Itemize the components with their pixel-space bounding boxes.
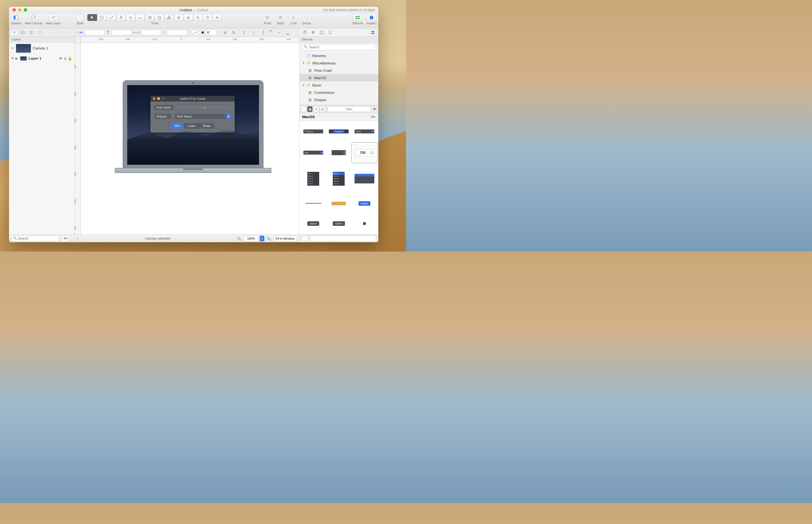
stencil-item-select[interactable]: Item▲▼ (302, 144, 325, 162)
view-grid[interactable]: ▦ (307, 106, 312, 112)
properties-tab[interactable]: ⚙ (310, 29, 317, 36)
selection-tool[interactable] (87, 14, 97, 21)
height-input[interactable] (167, 30, 186, 35)
stencil-search-field[interactable]: 🔍 Search (302, 124, 325, 139)
disclosure-triangle-icon[interactable]: ▼ (302, 62, 305, 64)
width-input[interactable] (141, 30, 161, 35)
stencil-stepper[interactable]: ▲▼ (327, 144, 350, 162)
close-window-button[interactable] (13, 8, 16, 12)
diagram-tool[interactable] (164, 14, 174, 21)
document-tab[interactable] (327, 29, 334, 36)
shape-tool[interactable] (97, 14, 107, 21)
disclosure-triangle-icon[interactable]: ▼ (11, 47, 14, 50)
flowchart-row[interactable]: ▦ Flow Chart (299, 67, 378, 74)
stamp-tool[interactable] (174, 14, 183, 21)
gear-icon[interactable]: ⚙▾ (371, 115, 375, 119)
stencil-select[interactable]: Select▲▼ (353, 124, 376, 139)
stencil-button-primary[interactable]: Option (353, 196, 376, 211)
layers-tab[interactable] (11, 30, 18, 35)
align-bottom-button[interactable]: ▁ (284, 30, 291, 35)
inspect-button[interactable]: i (367, 14, 376, 21)
print-icon[interactable]: ⎙ (64, 56, 66, 61)
canvas-row[interactable]: ▼ Canvas 1 (9, 43, 74, 54)
view-detail[interactable]: ⊞ (320, 106, 325, 112)
hand-tool[interactable] (203, 14, 212, 21)
ruler-toggle-icon[interactable]: ⦀ (76, 31, 78, 34)
stencil-search-input[interactable] (302, 44, 376, 50)
crop-tool[interactable] (155, 14, 164, 21)
view-list[interactable]: ☰ (313, 106, 319, 112)
stencil-button-dark[interactable]: Option (327, 216, 350, 231)
macos-row[interactable]: ▦ MacOS (299, 74, 378, 81)
visibility-icon[interactable]: 👁 (59, 56, 63, 61)
lock-button[interactable] (289, 14, 298, 21)
connections-row[interactable]: ▦ Connections (299, 89, 378, 96)
stencils-button[interactable] (353, 14, 362, 21)
zoom-input[interactable] (243, 236, 259, 241)
game-window[interactable]: Justin's Fun Game Fun Level: Poi (150, 96, 235, 133)
stencil-number-field[interactable]: 150▲▼ (353, 144, 376, 162)
style-button[interactable] (76, 14, 84, 21)
stencil-name-input[interactable] (310, 236, 376, 241)
new-canvas-button[interactable]: + (29, 14, 38, 21)
basic-folder-row[interactable]: ▼ 📁 Basic (299, 81, 378, 89)
poison-select[interactable]: Pick Yours ▲▼ (175, 114, 231, 119)
align-center-button[interactable]: │ (250, 30, 257, 35)
layer-actions-menu[interactable]: ⚙▾ (62, 236, 69, 241)
text-tool[interactable]: A (116, 14, 126, 21)
ruler-origin[interactable] (75, 37, 81, 43)
align-top-button[interactable]: ▔ (267, 30, 274, 35)
color-swatch[interactable] (302, 236, 308, 241)
ruler-toggle-icon[interactable]: ⦀ (77, 236, 78, 241)
stencil-listbox[interactable] (353, 167, 376, 191)
guides-tab[interactable] (19, 30, 26, 35)
zoom-in-icon[interactable]: 🔍 (266, 236, 271, 241)
object-tab[interactable] (301, 29, 308, 36)
magnet-tool[interactable] (183, 14, 193, 21)
laptop-mockup[interactable]: Justin's Fun Game Fun Level: Poi (115, 80, 272, 173)
stencil-list[interactable]: Item 1Item 2Item 3Item 4Item 5 (302, 167, 325, 191)
stencil-slider[interactable] (302, 196, 325, 211)
visibility-toggle-icon[interactable]: 👁 (373, 107, 377, 111)
rotation-input[interactable] (206, 30, 217, 35)
align-middle-button[interactable]: ─ (276, 30, 282, 35)
artboard-tool[interactable] (145, 14, 155, 21)
zoom-out-icon[interactable]: 🔍 (237, 236, 241, 241)
x-input[interactable] (85, 30, 104, 35)
flip-h-button[interactable]: ⇄ (222, 30, 228, 35)
fit-window-button[interactable]: Fit in Window (273, 236, 297, 241)
layer-row[interactable]: ✎ ▶ Layer 1 👁 ⎙ 🔓 (9, 54, 74, 63)
pen-tool[interactable] (126, 14, 135, 21)
horizontal-ruler[interactable]: -300 -200 -100 0 100 200 300 400 (81, 37, 299, 43)
misc-folder-row[interactable]: ▼ 📁 Miscellaneous (299, 59, 378, 67)
disclosure-triangle-icon[interactable]: ▼ (302, 84, 305, 86)
disclosure-triangle-icon[interactable]: ▶ (16, 57, 18, 60)
align-left-button[interactable]: ▏ (242, 30, 248, 35)
zoom-tool[interactable] (193, 14, 203, 21)
selection-tab[interactable] (36, 30, 43, 35)
vertical-ruler[interactable]: 100 200 300 400 500 600 700 (75, 43, 81, 234)
view-icon-small[interactable]: ▫ (301, 106, 306, 112)
shapes-row[interactable]: ▦ Shapes (299, 96, 378, 103)
layer-search-input[interactable] (11, 236, 59, 241)
minimize-window-button[interactable] (18, 8, 21, 12)
flip-v-button[interactable]: ⇅ (230, 30, 237, 35)
stencil-progress[interactable] (327, 196, 350, 211)
line-tool[interactable] (107, 14, 116, 21)
bring-front-button[interactable] (263, 14, 272, 21)
lock-icon[interactable]: 🔓 (68, 56, 72, 61)
fun-level-slider[interactable] (177, 107, 231, 108)
y-input[interactable] (112, 30, 131, 35)
send-back-button[interactable] (276, 14, 285, 21)
zoom-window-button[interactable] (24, 8, 27, 12)
align-right-button[interactable]: ▕ (259, 30, 265, 35)
stencil-button-secondary[interactable]: Option (302, 216, 325, 231)
toggle-sidebar-button[interactable] (11, 14, 21, 21)
seg-draw[interactable]: Draw (199, 123, 215, 129)
recents-row[interactable]: 🕘 Recents (299, 52, 378, 59)
canvas[interactable]: Justin's Fun Game Fun Level: Poi (81, 43, 299, 234)
new-layer-button[interactable]: + (49, 14, 58, 21)
stencil-token-field[interactable]: Keyword (327, 124, 350, 139)
action-tool[interactable] (212, 14, 222, 21)
stencil-checkbox[interactable] (353, 216, 376, 231)
